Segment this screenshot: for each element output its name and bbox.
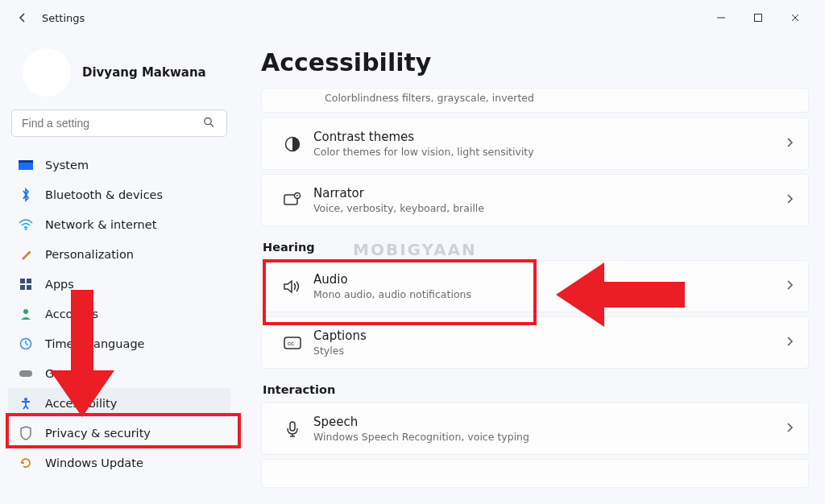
sidebar-item-label: Accounts (45, 308, 98, 320)
accessibility-icon (18, 395, 34, 411)
sidebar-item-gaming[interactable]: Gaming (8, 358, 230, 388)
contrast-themes-icon (276, 135, 309, 153)
setting-title: Speech (313, 415, 786, 429)
minimize-button[interactable] (703, 6, 740, 30)
gaming-icon (18, 366, 34, 382)
svg-point-9 (23, 309, 28, 314)
setting-row-narrator[interactable]: Narrator Voice, verbosity, keyboard, bra… (261, 174, 809, 226)
sidebar-item-personalization[interactable]: Personalization (8, 239, 230, 269)
avatar (23, 48, 71, 97)
svg-point-2 (205, 118, 211, 124)
content-pane: Accessibility Colorblindness filters, gr… (242, 35, 825, 504)
narrator-icon (276, 192, 309, 209)
sidebar-item-label: Privacy & security (45, 427, 151, 440)
chevron-right-icon (786, 192, 794, 208)
chevron-right-icon (786, 279, 794, 294)
privacy-icon (18, 425, 34, 441)
setting-title: Audio (313, 272, 786, 287)
sidebar-item-accessibility[interactable]: Accessibility (8, 388, 230, 418)
time-language-icon (18, 336, 34, 352)
page-title: Accessibility (261, 48, 809, 76)
setting-title: Contrast themes (313, 130, 786, 144)
setting-title: Captions (313, 328, 786, 343)
sidebar-item-time-language[interactable]: Time & language (8, 328, 230, 358)
svg-rect-11 (19, 370, 32, 377)
setting-subtitle: Mono audio, audio notifications (313, 288, 786, 300)
sidebar-item-network[interactable]: Network & internet (8, 209, 230, 239)
search-icon (203, 117, 214, 130)
section-heading-hearing: Hearing (263, 241, 809, 254)
chevron-right-icon (786, 136, 794, 151)
setting-row-contrast-themes[interactable]: Contrast themes Color themes for low vis… (261, 118, 809, 170)
setting-title: Narrator (313, 186, 786, 200)
svg-point-4 (25, 228, 27, 229)
sidebar-item-accounts[interactable]: Accounts (8, 299, 230, 328)
chevron-right-icon (786, 335, 794, 350)
network-icon (18, 217, 34, 233)
sidebar-item-apps[interactable]: Apps (8, 269, 230, 299)
setting-row-speech[interactable]: Speech Windows Speech Recognition, voice… (261, 403, 809, 455)
bluetooth-icon (18, 187, 34, 203)
sidebar-item-windows-update[interactable]: Windows Update (8, 448, 230, 477)
system-icon (18, 157, 34, 173)
accounts-icon (18, 306, 34, 322)
maximize-button[interactable] (740, 6, 777, 30)
sidebar-item-label: Gaming (45, 367, 91, 380)
captions-icon: cc (276, 336, 309, 350)
setting-subtitle: Windows Speech Recognition, voice typing (313, 431, 786, 443)
sidebar-item-system[interactable]: System (8, 150, 230, 180)
audio-icon (276, 279, 309, 295)
sidebar-item-label: Personalization (45, 248, 134, 261)
sidebar-item-label: Time & language (45, 337, 145, 350)
sidebar-item-label: System (45, 159, 89, 171)
nav-list: System Bluetooth & devices Network & int… (3, 147, 235, 481)
svg-rect-8 (27, 285, 31, 290)
setting-row-audio[interactable]: Audio Mono audio, audio notifications (261, 260, 809, 312)
chevron-right-icon (786, 421, 794, 436)
svg-text:cc: cc (288, 340, 294, 347)
window-title: Settings (42, 12, 85, 24)
personalization-icon (18, 246, 34, 262)
titlebar: Settings (0, 0, 825, 35)
profile-name: Divyang Makwana (82, 65, 206, 80)
sidebar-item-label: Windows Update (45, 456, 143, 469)
svg-rect-6 (27, 279, 31, 283)
windows-update-icon (18, 455, 34, 471)
setting-row-color-filters-partial[interactable]: Colorblindness filters, grayscale, inver… (261, 88, 809, 113)
setting-row-keyboard-partial[interactable] (261, 459, 809, 488)
sidebar-item-label: Bluetooth & devices (45, 188, 163, 201)
setting-subtitle: Voice, verbosity, keyboard, braille (313, 202, 786, 214)
sidebar-item-label: Apps (45, 278, 74, 291)
search-input[interactable] (11, 109, 227, 137)
back-button[interactable] (11, 6, 34, 29)
sidebar-item-privacy[interactable]: Privacy & security (8, 418, 230, 448)
svg-point-12 (24, 398, 27, 401)
section-heading-interaction: Interaction (263, 383, 809, 396)
svg-rect-5 (20, 279, 25, 283)
svg-rect-7 (20, 285, 25, 290)
svg-rect-18 (290, 422, 295, 431)
sidebar-item-label: Accessibility (45, 397, 117, 410)
setting-subtitle: Color themes for low vision, light sensi… (313, 146, 786, 158)
profile-block[interactable]: Divyang Makwana (3, 43, 235, 109)
setting-subtitle: Styles (313, 345, 786, 357)
apps-icon (18, 276, 34, 292)
close-button[interactable] (777, 6, 814, 30)
speech-icon (276, 420, 309, 438)
svg-rect-1 (755, 14, 762, 22)
window-controls (703, 6, 814, 30)
sidebar-item-label: Network & internet (45, 218, 156, 231)
sidebar-item-bluetooth[interactable]: Bluetooth & devices (8, 180, 230, 209)
svg-line-3 (210, 124, 214, 127)
sidebar: Divyang Makwana System Bluetooth & devic… (0, 35, 242, 504)
setting-row-captions[interactable]: cc Captions Styles (261, 316, 809, 369)
